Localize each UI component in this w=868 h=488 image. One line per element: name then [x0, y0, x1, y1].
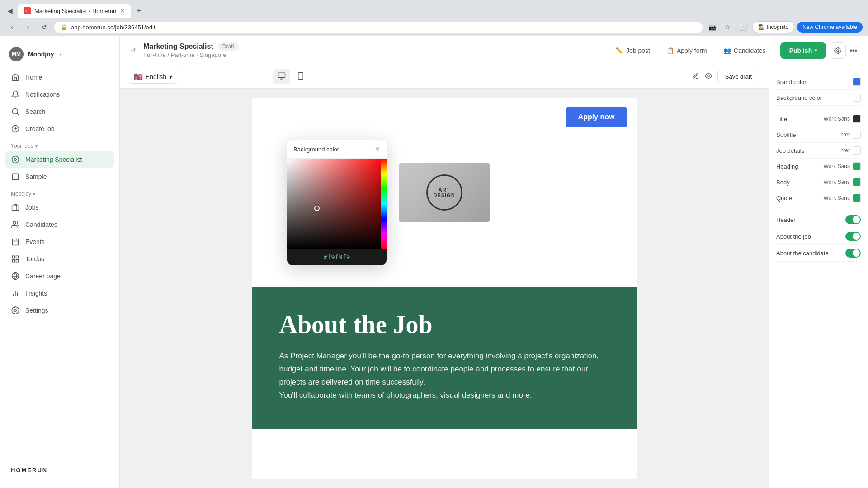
about-candidate-toggle[interactable] [845, 249, 861, 258]
job-details-color-swatch[interactable] [853, 146, 861, 155]
header-actions: Publish ▾ ••• [780, 42, 857, 59]
tab-label: Apply form [677, 47, 707, 54]
nav-refresh-btn[interactable]: ↺ [38, 21, 51, 33]
color-picker-close-btn[interactable]: ✕ [375, 145, 380, 153]
brand-color-swatch[interactable] [853, 78, 861, 86]
browser-chrome: ◀ H Marketing Specialist - Homerun ✕ + ‹… [0, 0, 868, 36]
sidebar-item-insights[interactable]: Insights [5, 285, 114, 302]
globe-icon [11, 272, 20, 281]
sidebar-item-events[interactable]: Events [5, 233, 114, 250]
language-selector[interactable]: 🇺🇸 English ▾ [129, 70, 177, 84]
lock-icon: 🔒 [61, 24, 67, 30]
camera-icon[interactable]: 📷 [706, 21, 719, 33]
svg-point-0 [12, 108, 18, 114]
svg-point-6 [14, 159, 17, 161]
svg-rect-15 [16, 256, 19, 258]
heading-color-swatch[interactable] [853, 162, 861, 170]
browser-tab-active[interactable]: H Marketing Specialist - Homerun ✕ [18, 4, 131, 18]
sidebar-item-label: To-dos [25, 255, 44, 263]
new-tab-btn[interactable]: + [132, 5, 145, 17]
sidebar-item-notifications[interactable]: Notifications [5, 86, 114, 103]
subtitle-color-swatch[interactable] [853, 131, 861, 139]
tab-job-post[interactable]: ✏️ Job post [609, 43, 657, 58]
tab-back[interactable]: ◀ [4, 5, 16, 17]
nav-forward-btn[interactable]: › [22, 21, 34, 33]
monitor-icon [278, 72, 286, 80]
quote-color-swatch[interactable] [853, 194, 861, 202]
rp-job-details-row: Job details Inter [776, 143, 861, 159]
quote-label: Quote [776, 195, 792, 202]
sidebar-moodjoy-nav: Jobs Candidates Events To-dos [0, 199, 119, 319]
header-toggle[interactable] [845, 215, 861, 224]
body-color-swatch[interactable] [853, 178, 861, 186]
tab-apply-form[interactable]: 📋 Apply form [659, 43, 714, 58]
nav-back-btn[interactable]: ‹ [5, 21, 18, 33]
about-candidate-section-label: About the candidate [776, 250, 829, 257]
sidebar-item-career-page[interactable]: Career page [5, 267, 114, 285]
settings-button[interactable] [830, 42, 846, 59]
tab-candidates[interactable]: 👥 Candidates [716, 43, 773, 58]
url-text: app.homerun.co/job/336451/edit [71, 24, 155, 31]
rp-sections-section: Header About the job About the candidate [776, 211, 861, 262]
tab-label: Job post [626, 47, 650, 54]
chart-icon [11, 289, 20, 298]
preview-btn[interactable] [705, 72, 712, 81]
svg-rect-14 [12, 256, 14, 258]
new-chrome-btn[interactable]: New Chrome available [797, 22, 863, 33]
apply-now-button[interactable]: Apply now [566, 107, 627, 127]
mobile-view-btn[interactable] [292, 69, 309, 84]
about-job-section-label: About the job [776, 233, 811, 240]
sidebar-item-label: Marketing Specialist [25, 156, 82, 163]
more-options-btn[interactable]: ••• [849, 47, 857, 55]
sidebar-item-label: Settings [25, 307, 48, 314]
rp-header-row: Header [776, 211, 861, 228]
color-gradient-main [287, 159, 387, 249]
rp-subtitle-row: Subtitle Inter [776, 127, 861, 143]
canvas-toolbar: 🇺🇸 English ▾ [120, 65, 769, 89]
publish-button[interactable]: Publish ▾ [780, 42, 826, 59]
sidebar-logo[interactable]: MM Moodjoy ▾ [0, 43, 119, 69]
rp-typography-section: Title Work Sans Subtitle Inter [776, 111, 861, 206]
company-name: Moodjoy [28, 51, 54, 58]
about-job-toggle[interactable] [845, 232, 861, 241]
sidebar-main-nav: Home Notifications Search Create job [0, 69, 119, 137]
svg-rect-8 [12, 206, 19, 211]
sidebar-item-label: Search [25, 108, 45, 115]
save-draft-label: Save draft [725, 73, 752, 80]
pen-edit-btn[interactable] [692, 72, 699, 81]
sidebar-item-todos[interactable]: To-dos [5, 250, 114, 267]
sidebar-item-sample[interactable]: Sample [5, 168, 114, 185]
sidebar-item-jobs[interactable]: Jobs [5, 199, 114, 216]
desktop-view-btn[interactable] [273, 69, 290, 84]
sidebar-item-search[interactable]: Search [5, 103, 114, 120]
sidebar-item-candidates[interactable]: Candidates [5, 216, 114, 233]
color-hue-bar[interactable] [381, 159, 387, 249]
tab-favicon: H [24, 7, 31, 14]
sidebar-item-label: Sample [25, 173, 47, 180]
tab-close-btn[interactable]: ✕ [120, 7, 125, 14]
sidebar-item-label: Jobs [25, 204, 39, 211]
sidebar-item-create-job[interactable]: Create job [5, 120, 114, 137]
sidebar-item-home[interactable]: Home [5, 69, 114, 86]
sidebar-toggle-icon[interactable]: ⬜ [737, 21, 750, 33]
sidebar-item-settings[interactable]: Settings [5, 302, 114, 319]
sidebar-item-marketing-specialist[interactable]: Marketing Specialist [5, 151, 114, 168]
svg-rect-10 [12, 239, 19, 245]
about-job-body: As Project Manager you'll be the go-to p… [279, 350, 609, 402]
quote-value-right: Work Sans [824, 194, 861, 202]
incognito-label: Incognito [767, 24, 789, 30]
save-draft-button[interactable]: Save draft [717, 70, 760, 83]
incognito-btn[interactable]: 🕵 Incognito [752, 21, 795, 33]
address-bar[interactable]: 🔒 app.homerun.co/job/336451/edit [54, 22, 703, 33]
bookmark-icon[interactable]: ☆ [722, 21, 734, 33]
background-color-swatch[interactable] [853, 94, 861, 102]
heading-label: Heading [776, 163, 798, 170]
hex-value: #f9f9f9 [293, 253, 380, 261]
title-font: Work Sans [824, 116, 850, 122]
svg-rect-17 [16, 260, 19, 262]
sidebar: MM Moodjoy ▾ Home Notifications [0, 36, 120, 488]
refresh-btn[interactable]: ↺ [131, 47, 136, 54]
color-picker-canvas[interactable] [287, 159, 387, 249]
title-color-swatch[interactable] [853, 115, 861, 123]
eye-icon [705, 72, 712, 80]
